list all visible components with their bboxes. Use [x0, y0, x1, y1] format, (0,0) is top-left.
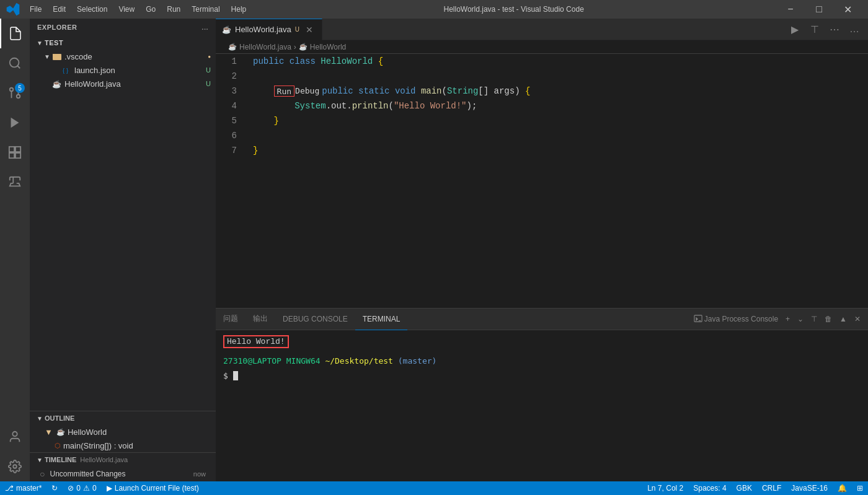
toggle-panel-button[interactable]: … — [846, 20, 863, 38]
menu-selection[interactable]: Selection — [72, 4, 112, 15]
maximize-button[interactable]: □ — [805, 0, 833, 19]
activity-item-explorer[interactable] — [0, 19, 30, 48]
status-errors[interactable]: ⊘ 0 ⚠ 0 — [63, 481, 101, 495]
activity-item-testing[interactable] — [0, 167, 30, 197]
status-encoding[interactable]: GBK — [732, 481, 757, 495]
svg-point-3 — [10, 88, 14, 92]
status-language-label: JavaSE-16 — [791, 484, 828, 493]
activity-item-extensions[interactable] — [0, 138, 30, 167]
timeline-item-uncommitted[interactable]: ○ Uncommitted Changes now — [30, 467, 216, 481]
maximize-panel-button[interactable]: ▲ — [837, 313, 849, 325]
menu-terminal[interactable]: Terminal — [187, 4, 224, 15]
close-button[interactable]: ✕ — [833, 0, 862, 19]
menu-run[interactable]: Run — [162, 4, 185, 15]
window-controls: − □ ✕ — [776, 0, 862, 19]
line-num-3: 3 — [216, 84, 237, 99]
breadcrumb-java-icon: ☕ — [228, 43, 237, 51]
status-sync[interactable]: ↻ — [46, 481, 63, 495]
menu-view[interactable]: View — [113, 4, 140, 15]
hello-world-output: Hello World! — [223, 335, 289, 348]
terminal-content[interactable]: Hello World! 27310@LAPTOP MINGW64 ~/Desk… — [216, 330, 868, 481]
tree-item-root[interactable]: ▼ TEST — [30, 36, 216, 50]
status-bar: ⎇ master* ↻ ⊘ 0 ⚠ 0 ▶ Launch Current Fil… — [0, 481, 868, 495]
activity-item-accounts[interactable] — [0, 422, 30, 452]
tree-label-helloworld: HelloWorld.java — [64, 79, 206, 89]
activity-bar: 5 — [0, 19, 30, 481]
code-editor[interactable]: 1 2 3 4 5 6 7 public class HelloWorld { — [216, 54, 868, 308]
tree-item-helloworld[interactable]: ☕ HelloWorld.java U — [30, 77, 216, 90]
breadcrumb-file[interactable]: ☕ HelloWorld.java — [228, 43, 291, 51]
sidebar: EXPLORER ... ▼ TEST ▼ .vscode ● — [30, 19, 216, 481]
activity-item-source-control[interactable]: 5 — [0, 78, 30, 108]
menu-go[interactable]: Go — [141, 4, 161, 15]
split-terminal-button[interactable]: ⊤ — [808, 313, 820, 325]
tree-item-launch-json[interactable]: { } launch.json U — [30, 63, 216, 77]
split-editor-button[interactable]: ⊤ — [806, 20, 823, 38]
tab-debug-console[interactable]: DEBUG CONSOLE — [275, 309, 355, 330]
line-num-4: 4 — [216, 99, 237, 113]
run-editor-button[interactable]: ▶ — [786, 20, 804, 38]
breadcrumb-class[interactable]: ☕ HelloWorld — [299, 43, 346, 51]
bell-icon: 🔔 — [838, 484, 847, 493]
tab-problems[interactable]: 问题 — [216, 309, 246, 330]
sidebar-header: EXPLORER ... — [30, 19, 216, 36]
launch-badge: U — [206, 66, 211, 74]
activity-item-settings[interactable] — [0, 452, 30, 481]
menu-help[interactable]: Help — [226, 4, 252, 15]
status-spaces[interactable]: Spaces: 4 — [688, 481, 731, 495]
status-eol-label: CRLF — [762, 484, 781, 493]
run-button[interactable]: Run — [274, 85, 294, 97]
code-line-6 — [253, 128, 862, 143]
tab-output[interactable]: 输出 — [246, 309, 275, 330]
outline-item-helloworld[interactable]: ▼ ☕ HelloWorld — [30, 425, 216, 439]
timeline-chevron-icon: ▼ — [35, 455, 45, 465]
testing-icon — [8, 175, 22, 189]
menu-bar: File Edit Selection View Go Run Terminal… — [25, 4, 251, 15]
timeline-header[interactable]: ▼ TIMELINE HelloWorld.java — [30, 453, 216, 467]
line-num-2: 2 — [216, 69, 237, 84]
status-branch[interactable]: ⎇ master* — [0, 481, 46, 495]
panel-tabs: 问题 输出 DEBUG CONSOLE TERMINAL Java Proces… — [216, 309, 868, 330]
activity-item-run-debug[interactable] — [0, 108, 30, 138]
menu-edit[interactable]: Edit — [48, 4, 71, 15]
new-terminal-button[interactable]: Java Process Console — [691, 313, 781, 325]
status-launch[interactable]: ▶ Launch Current File (test) — [102, 481, 204, 495]
code-content[interactable]: public class HelloWorld { RunDebug publi… — [247, 54, 868, 308]
layout-icon: ⊞ — [857, 484, 863, 493]
outline-header[interactable]: ▼ OUTLINE — [30, 411, 216, 425]
breadcrumb: ☕ HelloWorld.java › ☕ HelloWorld — [216, 40, 868, 54]
add-terminal-button[interactable]: + — [783, 313, 792, 325]
code-line-2 — [253, 69, 862, 84]
minimize-button[interactable]: − — [776, 0, 805, 19]
method-icon: ⬡ — [55, 442, 61, 450]
tree-item-vscode[interactable]: ▼ .vscode ● — [30, 50, 216, 63]
status-layout[interactable]: ⊞ — [852, 481, 868, 495]
svg-rect-8 — [9, 153, 14, 158]
spacer-icon — [52, 65, 62, 75]
more-actions-button[interactable]: ⋯ — [826, 20, 843, 38]
status-encoding-label: GBK — [737, 484, 752, 493]
svg-text:☕: ☕ — [52, 79, 61, 89]
tab-terminal[interactable]: TERMINAL — [355, 309, 408, 330]
status-eol[interactable]: CRLF — [757, 481, 786, 495]
svg-marker-5 — [11, 118, 19, 128]
tab-helloworld[interactable]: ☕ HelloWorld.java U ✕ — [216, 19, 322, 40]
kill-terminal-button[interactable]: 🗑 — [822, 313, 835, 325]
tab-close-button[interactable]: ✕ — [303, 24, 316, 36]
more-terminal-button[interactable]: ⌄ — [795, 313, 806, 325]
code-line-5: } — [253, 113, 862, 128]
java-file-icon: ☕ — [52, 79, 62, 89]
vscode-dot-badge: ● — [208, 54, 211, 59]
timeline-time: now — [193, 470, 206, 478]
outline-item-main[interactable]: ⬡ main(String[]) : void — [30, 439, 216, 452]
sidebar-more-button[interactable]: ... — [202, 24, 208, 31]
settings-icon — [8, 460, 22, 473]
prompt-space1 — [281, 356, 286, 366]
activity-item-search[interactable] — [0, 48, 30, 78]
close-panel-button[interactable]: ✕ — [852, 313, 863, 325]
status-language[interactable]: JavaSE-16 — [786, 481, 833, 495]
status-cursor[interactable]: Ln 7, Col 2 — [642, 481, 688, 495]
menu-file[interactable]: File — [25, 4, 46, 15]
prompt-user: 27310@LAPTOP — [223, 356, 281, 366]
status-notifications[interactable]: 🔔 — [833, 481, 852, 495]
